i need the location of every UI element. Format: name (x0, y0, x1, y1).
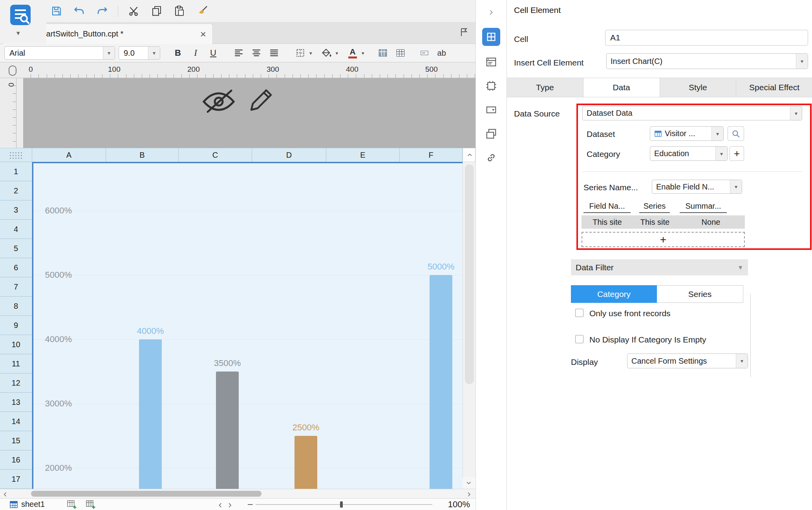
row-header-14[interactable]: 14 (0, 412, 32, 431)
unmerge-cells-button[interactable] (393, 46, 408, 60)
redo-button[interactable] (95, 4, 109, 18)
add-field-button[interactable]: + (582, 232, 745, 247)
chart-bar[interactable] (294, 436, 317, 489)
sheet-tab[interactable]: sheet1 (9, 500, 45, 509)
font-color-caret-icon[interactable]: ▾ (362, 50, 364, 56)
zoom-slider-thumb[interactable] (340, 501, 343, 508)
column-header-D[interactable]: D (252, 148, 326, 162)
row-header-6[interactable]: 6 (0, 258, 32, 277)
next-sheet-button[interactable]: › (225, 499, 235, 510)
row-header-15[interactable]: 15 (0, 431, 32, 450)
underline-button[interactable]: U (206, 46, 220, 60)
save-button[interactable] (49, 4, 64, 18)
chevron-down-icon[interactable]: ▾ (711, 127, 723, 140)
widget-panel-icon[interactable] (482, 102, 500, 118)
only-front-records-checkbox[interactable] (575, 309, 583, 317)
row-header-3[interactable]: 3 (0, 200, 32, 220)
float-element-panel-icon[interactable] (482, 126, 500, 142)
column-header-E[interactable]: E (326, 148, 400, 162)
tab-special-effect[interactable]: Special Effect (736, 78, 812, 97)
tab-data[interactable]: Data (583, 78, 660, 97)
no-display-empty-checkbox[interactable] (575, 335, 583, 343)
data-source-select[interactable]: Dataset Data ▾ (582, 106, 802, 120)
row-header-9[interactable]: 9 (0, 316, 32, 335)
add-grid-sheet-button[interactable] (67, 499, 77, 510)
border-caret-icon[interactable]: ▾ (309, 50, 312, 56)
data-filter-section-header[interactable]: Data Filter ▼ (571, 259, 748, 275)
row-header-4[interactable]: 4 (0, 220, 32, 239)
dataset-select[interactable]: Visitor ... ▾ (650, 126, 724, 141)
column-header-F[interactable]: F (400, 148, 463, 162)
scroll-up-button[interactable]: › (463, 148, 475, 162)
chevron-down-icon[interactable]: ▾ (148, 47, 160, 59)
row-header-10[interactable]: 10 (0, 335, 32, 354)
series-cell[interactable]: This site (633, 215, 677, 229)
chart-bar[interactable] (216, 372, 239, 489)
series-name-select[interactable]: Enable Field N... ▾ (652, 180, 742, 194)
row-header-13[interactable]: 13 (0, 393, 32, 412)
row-header-2[interactable]: 2 (0, 181, 32, 200)
zoom-out-button[interactable]: − (245, 499, 256, 510)
filter-category-button[interactable]: Category (571, 285, 657, 303)
cell-attribute-panel-icon[interactable] (482, 54, 500, 70)
border-button[interactable] (293, 46, 307, 60)
row-header-17[interactable]: 17 (0, 470, 32, 489)
copy-button[interactable] (150, 4, 164, 18)
column-header-C[interactable]: C (179, 148, 252, 162)
bold-button[interactable]: B (171, 46, 185, 60)
publish-flag-icon[interactable] (459, 27, 469, 37)
chart[interactable]: 6000%5000%4000%3000%2000%4000%3500%2500%… (32, 162, 463, 489)
row-header-7[interactable]: 7 (0, 277, 32, 297)
add-category-button[interactable]: + (730, 146, 744, 161)
row-header-5[interactable]: 5 (0, 239, 32, 258)
italic-button[interactable]: I (188, 46, 203, 60)
scroll-down-button[interactable]: › (463, 477, 475, 489)
hide-preview-icon[interactable] (201, 87, 237, 114)
collapse-panel-icon[interactable]: › (482, 4, 500, 20)
chart-bar[interactable] (139, 339, 162, 489)
cell-element-panel-icon[interactable] (482, 28, 500, 46)
horizontal-scrollbar-thumb[interactable] (31, 491, 262, 497)
row-header-11[interactable]: 11 (0, 354, 32, 373)
chevron-down-icon[interactable]: ▾ (715, 147, 727, 160)
column-header-B[interactable]: B (106, 148, 179, 162)
font-size-select[interactable]: 9.0 ▾ (119, 46, 160, 60)
scroll-left-button[interactable]: ‹ (0, 489, 10, 499)
cut-button[interactable] (127, 4, 141, 18)
chevron-down-icon[interactable]: ▾ (796, 54, 808, 69)
row-header-1[interactable]: 1 (0, 162, 32, 181)
align-justify-button[interactable] (267, 46, 281, 60)
vertical-scrollbar-thumb[interactable] (465, 164, 474, 384)
add-form-sheet-button[interactable] (86, 499, 96, 510)
font-color-button[interactable]: A (346, 46, 360, 60)
undo-button[interactable] (72, 4, 86, 18)
vertical-scrollbar[interactable] (463, 162, 475, 477)
row-header-16[interactable]: 16 (0, 450, 32, 470)
merge-cells-button[interactable] (376, 46, 390, 60)
display-select[interactable]: Cancel Form Settings ▾ (627, 353, 748, 368)
fill-color-button[interactable] (320, 46, 334, 60)
chevron-down-icon[interactable]: ▾ (730, 180, 742, 193)
chevron-down-icon[interactable]: ▾ (790, 106, 802, 120)
row-header-8[interactable]: 8 (0, 297, 32, 316)
filter-series-button[interactable]: Series (657, 285, 743, 303)
close-tab-icon[interactable]: × (200, 29, 206, 39)
font-family-select[interactable]: Arial ▾ (4, 46, 115, 60)
edit-pencil-icon[interactable] (249, 87, 274, 113)
field-name-cell[interactable]: This site (582, 215, 633, 229)
prev-sheet-button[interactable]: ‹ (215, 499, 225, 510)
chevron-down-icon[interactable]: ▾ (103, 47, 115, 59)
align-center-button[interactable] (249, 46, 263, 60)
row-header-12[interactable]: 12 (0, 373, 32, 393)
hyperlink-panel-icon[interactable] (482, 150, 500, 166)
tab-style[interactable]: Style (660, 78, 737, 97)
text-style-button[interactable]: ab (437, 49, 446, 58)
summary-cell[interactable]: None (677, 215, 745, 229)
align-left-button[interactable] (232, 46, 246, 60)
app-logo[interactable] (9, 4, 31, 26)
tab-type[interactable]: Type (507, 78, 583, 97)
select-all-corner[interactable] (0, 148, 32, 162)
format-painter-button[interactable] (195, 4, 209, 18)
logo-caret-icon[interactable]: ▾ (16, 29, 20, 37)
zoom-slider[interactable] (256, 499, 432, 510)
